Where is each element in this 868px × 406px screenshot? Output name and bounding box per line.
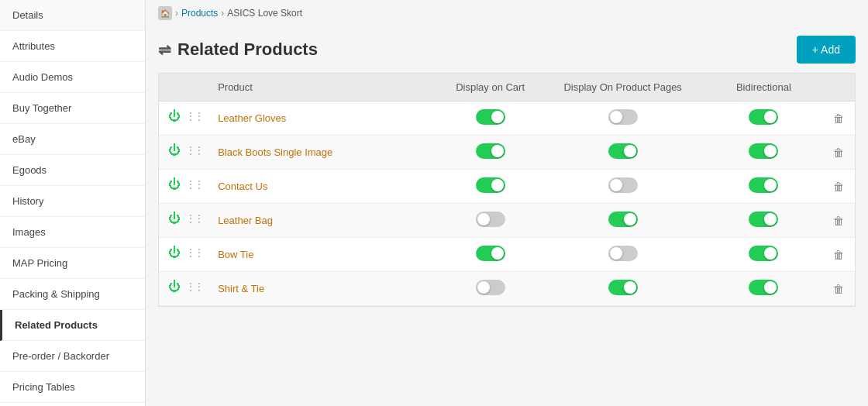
display-on-cart-cell	[440, 136, 539, 170]
table-row: ⏻⋮⋮Leather Bag🗑	[159, 204, 855, 238]
sidebar-item-audio-demos[interactable]: Audio Demos	[0, 62, 145, 93]
main-content: 🏠 › Products › ASICS Love Skort ⇌ Relate…	[146, 0, 868, 406]
sidebar-item-details[interactable]: Details	[0, 0, 145, 31]
row-icons: ⏻⋮⋮	[159, 102, 205, 131]
bidirectional-toggle[interactable]	[749, 212, 778, 227]
power-icon[interactable]: ⏻	[168, 280, 181, 294]
breadcrumb-sep1: ›	[175, 8, 178, 19]
bidirectional-toggle[interactable]	[749, 246, 778, 261]
table-header-row: Product Display on Cart Display On Produ…	[159, 74, 855, 102]
drag-handle[interactable]: ⋮⋮	[185, 280, 202, 293]
product-name-cell: Leather Bag	[208, 204, 440, 238]
display-on-pages-cell	[540, 204, 706, 238]
display-on-pages-toggle[interactable]	[608, 280, 638, 295]
display-on-pages-cell	[540, 136, 706, 170]
display-on-cart-toggle[interactable]	[476, 177, 505, 193]
power-icon[interactable]: ⏻	[168, 109, 181, 123]
display-on-pages-toggle[interactable]	[608, 109, 638, 125]
sidebar-item-map-pricing[interactable]: MAP Pricing	[0, 248, 145, 279]
col-pages-header: Display On Product Pages	[540, 74, 706, 102]
product-name-cell: Black Boots Single Image	[208, 136, 440, 170]
delete-cell: 🗑	[822, 136, 855, 170]
product-name: Bow Tie	[218, 249, 253, 260]
delete-cell: 🗑	[822, 170, 855, 204]
delete-icon[interactable]: 🗑	[833, 112, 844, 125]
drag-handle[interactable]: ⋮⋮	[185, 212, 202, 225]
drag-handle[interactable]: ⋮⋮	[185, 246, 202, 259]
display-on-pages-cell	[540, 170, 706, 204]
home-icon[interactable]: 🏠	[158, 6, 172, 20]
col-product-header: Product	[208, 74, 440, 102]
row-icons: ⏻⋮⋮	[159, 204, 205, 233]
bidirectional-cell	[706, 136, 822, 170]
display-on-cart-toggle[interactable]	[476, 212, 505, 227]
bidirectional-cell	[706, 102, 822, 136]
breadcrumb: 🏠 › Products › ASICS Love Skort	[146, 0, 868, 26]
display-on-cart-toggle[interactable]	[476, 109, 505, 125]
product-name-cell: Bow Tie	[208, 238, 440, 272]
page-header: ⇌ Related Products + Add	[146, 26, 868, 73]
related-products-table: Product Display on Cart Display On Produ…	[158, 73, 856, 307]
breadcrumb-products[interactable]: Products	[181, 8, 218, 19]
display-on-cart-toggle[interactable]	[476, 280, 505, 295]
sidebar-item-buy-together[interactable]: Buy Together	[0, 93, 145, 124]
table-body: ⏻⋮⋮Leather Gloves🗑⏻⋮⋮Black Boots Single …	[159, 102, 855, 306]
sidebar-item-ebay[interactable]: eBay	[0, 124, 145, 155]
display-on-pages-cell	[540, 272, 706, 306]
display-on-pages-toggle[interactable]	[608, 143, 638, 159]
drag-handle[interactable]: ⋮⋮	[185, 110, 202, 122]
add-button[interactable]: + Add	[797, 36, 856, 64]
bidirectional-cell	[706, 238, 822, 272]
table-row: ⏻⋮⋮Black Boots Single Image🗑	[159, 136, 855, 170]
power-icon[interactable]: ⏻	[168, 143, 181, 157]
display-on-pages-cell	[540, 102, 706, 136]
product-name: Leather Bag	[218, 215, 273, 226]
sidebar-item-pre-order---backorder[interactable]: Pre-order / Backorder	[0, 341, 145, 372]
power-icon[interactable]: ⏻	[168, 177, 181, 191]
bidirectional-toggle[interactable]	[749, 143, 778, 159]
bidirectional-cell	[706, 204, 822, 238]
col-cart-header: Display on Cart	[440, 74, 539, 102]
display-on-cart-cell	[440, 238, 539, 272]
col-bidir-header: Bidirectional	[706, 74, 822, 102]
product-name-cell: Shirt & Tie	[208, 272, 440, 306]
delete-icon[interactable]: 🗑	[833, 181, 844, 193]
power-icon[interactable]: ⏻	[168, 212, 181, 225]
related-products-icon: ⇌	[158, 40, 171, 59]
sidebar-item-packing---shipping[interactable]: Packing & Shipping	[0, 279, 145, 310]
sidebar-item-egoods[interactable]: Egoods	[0, 155, 145, 186]
product-name: Black Boots Single Image	[218, 146, 332, 158]
display-on-pages-toggle[interactable]	[608, 177, 638, 193]
delete-icon[interactable]: 🗑	[833, 249, 844, 261]
sidebar-item-attributes[interactable]: Attributes	[0, 31, 145, 62]
display-on-pages-toggle[interactable]	[608, 246, 638, 261]
product-name: Contact Us	[218, 181, 267, 192]
table-row: ⏻⋮⋮Shirt & Tie🗑	[159, 272, 855, 306]
display-on-pages-cell	[540, 238, 706, 272]
bidirectional-toggle[interactable]	[749, 280, 778, 295]
delete-icon[interactable]: 🗑	[833, 283, 844, 295]
power-icon[interactable]: ⏻	[168, 246, 181, 260]
bidirectional-toggle[interactable]	[749, 109, 778, 125]
product-name: Shirt & Tie	[218, 283, 264, 294]
display-on-cart-cell	[440, 204, 539, 238]
product-name: Leather Gloves	[218, 112, 286, 124]
breadcrumb-sep2: ›	[221, 8, 224, 19]
row-icons: ⏻⋮⋮	[159, 238, 205, 267]
delete-icon[interactable]: 🗑	[833, 215, 844, 227]
display-on-cart-toggle[interactable]	[476, 143, 505, 159]
display-on-cart-toggle[interactable]	[476, 246, 505, 261]
sidebar-item-images[interactable]: Images	[0, 217, 145, 248]
row-icons: ⏻⋮⋮	[159, 272, 205, 301]
product-name-cell: Leather Gloves	[208, 102, 440, 136]
sidebar-item-history[interactable]: History	[0, 186, 145, 217]
display-on-pages-toggle[interactable]	[608, 212, 638, 227]
drag-handle[interactable]: ⋮⋮	[185, 178, 202, 191]
sidebar-item-related-products[interactable]: Related Products	[0, 310, 145, 341]
display-on-cart-cell	[440, 170, 539, 204]
display-on-cart-cell	[440, 272, 539, 306]
sidebar-item-pricing-tables[interactable]: Pricing Tables	[0, 372, 145, 403]
bidirectional-toggle[interactable]	[749, 177, 778, 193]
drag-handle[interactable]: ⋮⋮	[185, 144, 202, 157]
delete-icon[interactable]: 🗑	[833, 146, 844, 159]
